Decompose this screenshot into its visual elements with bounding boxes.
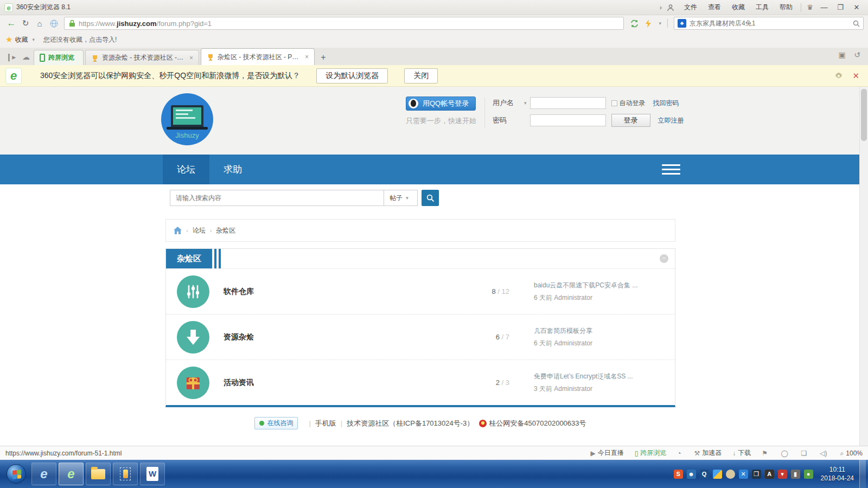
scrollbar[interactable] bbox=[859, 87, 868, 446]
url-field[interactable]: https://www.jishuzy.com/forum.php?gid=1 bbox=[64, 17, 624, 30]
close-button[interactable]: ✕ bbox=[848, 0, 865, 15]
search-icon[interactable] bbox=[853, 20, 860, 27]
minimize-button[interactable]: — bbox=[816, 0, 832, 15]
taskbar-clock[interactable]: 10:11 2018-04-24 bbox=[821, 465, 854, 483]
tray-icon[interactable]: ▮ bbox=[791, 470, 800, 479]
forum-name[interactable]: 软件仓库 bbox=[224, 287, 461, 297]
tab-cross-screen[interactable]: 跨屏浏览 bbox=[34, 50, 84, 65]
mute-speaker-icon[interactable]: ◁) bbox=[820, 450, 829, 457]
forum-name[interactable]: 资源杂烩 bbox=[224, 332, 461, 342]
menu-file[interactable]: 文件 bbox=[679, 0, 703, 15]
tray-icon[interactable] bbox=[713, 470, 722, 479]
nav-help[interactable]: 求助 bbox=[209, 155, 256, 184]
cross-screen-sync-icon[interactable] bbox=[627, 17, 641, 29]
taskbar-word-button[interactable]: W bbox=[140, 463, 165, 485]
gear-icon[interactable] bbox=[835, 72, 843, 80]
taskbar-explorer-button[interactable] bbox=[86, 463, 111, 485]
tab-close-icon[interactable]: × bbox=[305, 53, 309, 61]
user-account-icon[interactable] bbox=[667, 4, 679, 11]
tray-icon[interactable]: ✕ bbox=[739, 470, 748, 479]
last-post-meta[interactable]: 3 天前 Administrator bbox=[534, 384, 664, 394]
forum-row-software[interactable]: 软件仓库 8 / 12 baidu云盘不限速下载PC安卓合集 ... 6 天前 … bbox=[166, 268, 675, 314]
breadcrumb-forum-link[interactable]: 论坛 bbox=[193, 226, 206, 235]
username-field[interactable] bbox=[530, 97, 606, 109]
browser-search-box[interactable]: ♣ bbox=[674, 17, 864, 30]
last-post-meta[interactable]: 6 天前 Administrator bbox=[534, 293, 664, 303]
forum-name[interactable]: 活动资讯 bbox=[224, 378, 461, 388]
home-icon[interactable]: ⌂ bbox=[33, 17, 47, 29]
favorite-star-icon[interactable]: ★ bbox=[5, 35, 12, 44]
tab-close-icon[interactable]: × bbox=[189, 54, 193, 62]
home-icon[interactable] bbox=[174, 227, 182, 234]
menu-tools[interactable]: 工具 bbox=[750, 0, 774, 15]
chevron-down-icon[interactable]: ▾ bbox=[32, 37, 35, 42]
close-icon[interactable]: ✕ bbox=[852, 71, 859, 81]
chevron-right-icon[interactable]: › bbox=[655, 3, 667, 11]
last-post-title[interactable]: 免费申请Let’s Encrypt泛域名SS ... bbox=[534, 372, 664, 381]
tray-icon[interactable]: ☻ bbox=[687, 470, 696, 479]
globe-icon[interactable] bbox=[47, 17, 61, 29]
snapshot-icon[interactable]: ▣ bbox=[834, 48, 850, 62]
last-post-meta[interactable]: 6 天前 Administrator bbox=[534, 339, 664, 348]
search-scope-select[interactable]: 帖子 ▾ bbox=[384, 190, 418, 206]
login-button[interactable]: 登录 bbox=[611, 114, 650, 127]
cross-screen-button[interactable]: ▯跨屏浏览 bbox=[635, 448, 667, 458]
last-post-title[interactable]: baidu云盘不限速下载PC安卓合集 ... bbox=[534, 281, 664, 290]
refresh-icon[interactable]: ↻ bbox=[18, 17, 33, 29]
forum-row-activities[interactable]: 活动资讯 2 / 3 免费申请Let’s Encrypt泛域名SS ... 3 … bbox=[166, 359, 675, 405]
flag-icon[interactable]: ⚑ bbox=[762, 450, 770, 457]
menu-favorites[interactable]: 收藏 bbox=[726, 0, 750, 15]
taskbar-360-browser-button[interactable]: e bbox=[59, 463, 84, 485]
tray-icon[interactable]: ❒ bbox=[752, 470, 761, 479]
forum-row-resources[interactable]: 资源杂烩 6 / 7 几百套简历模板分享 6 天前 Administrator bbox=[166, 314, 675, 359]
favorites-import-hint[interactable]: 您还没有收藏，点击导入! bbox=[43, 35, 117, 44]
taskbar-ie-button[interactable]: e bbox=[31, 463, 56, 485]
vip-crown-icon[interactable]: ♛ bbox=[804, 3, 816, 11]
tray-icon[interactable] bbox=[726, 470, 735, 479]
taskbar-utility-button[interactable] bbox=[113, 463, 138, 485]
start-button[interactable] bbox=[7, 464, 26, 484]
menu-help[interactable]: 帮助 bbox=[774, 0, 798, 15]
new-tab-button[interactable]: + bbox=[316, 51, 330, 64]
tab-zahui-active[interactable]: 杂烩区 - 技术资源社区 - Powe... × bbox=[201, 48, 315, 65]
password-field[interactable] bbox=[530, 114, 606, 126]
forum-search-input[interactable] bbox=[170, 190, 384, 206]
accelerator-button[interactable]: ⚒加速器 bbox=[694, 448, 722, 458]
download-button[interactable]: ↓下载 bbox=[732, 448, 751, 458]
auto-login-checkbox[interactable] bbox=[611, 100, 617, 106]
tab-resources[interactable]: 资源杂烩 - 技术资源社区 - Pov... × bbox=[85, 50, 199, 65]
site-logo[interactable]: Jishuzy bbox=[161, 93, 213, 145]
back-icon[interactable]: ← bbox=[4, 17, 18, 29]
hamburger-menu-icon[interactable] bbox=[662, 162, 680, 177]
split-window-icon[interactable]: ❏ bbox=[801, 450, 809, 457]
tray-icon[interactable]: ▾ bbox=[778, 470, 787, 479]
mobile-version-link[interactable]: 手机版 bbox=[315, 419, 336, 428]
theme-icon[interactable]: ◯ bbox=[781, 450, 790, 457]
cloud-sync-icon[interactable]: ☁ bbox=[18, 50, 34, 64]
tray-icon[interactable]: ● bbox=[804, 470, 813, 479]
live-today-button[interactable]: ▶今日直播 bbox=[591, 448, 624, 458]
menu-view[interactable]: 查看 bbox=[703, 0, 726, 15]
nav-forum[interactable]: 论坛 bbox=[163, 155, 209, 184]
tray-icon[interactable]: S bbox=[674, 470, 683, 479]
police-record-link[interactable]: 桂公网安备45070202000633号 bbox=[489, 419, 586, 428]
collapse-button[interactable]: − bbox=[660, 254, 668, 263]
set-default-button[interactable]: 设为默认浏览器 bbox=[316, 68, 388, 84]
notification-close-button[interactable]: 关闭 bbox=[404, 68, 438, 84]
restore-button[interactable]: ❐ bbox=[832, 0, 848, 15]
forum-search-button[interactable] bbox=[422, 190, 439, 206]
show-desktop-button[interactable] bbox=[859, 460, 866, 488]
register-link[interactable]: 立即注册 bbox=[658, 116, 684, 125]
online-service-button[interactable]: 在线咨询 bbox=[254, 417, 298, 429]
tray-icon[interactable]: Q bbox=[700, 470, 709, 479]
chevron-down-icon[interactable]: ▾ bbox=[659, 21, 661, 26]
restore-session-icon[interactable]: ↺ bbox=[850, 48, 865, 62]
chevron-down-icon[interactable]: ▾ bbox=[524, 100, 527, 106]
find-password-link[interactable]: 找回密码 bbox=[653, 99, 679, 108]
speed-bolt-icon[interactable] bbox=[641, 17, 655, 29]
scrollbar-thumb[interactable] bbox=[861, 89, 867, 141]
favorites-menu[interactable]: 收藏 bbox=[15, 35, 28, 44]
browser-search-input[interactable] bbox=[690, 20, 853, 27]
tab-list-icon[interactable]: ❙▸ bbox=[3, 50, 18, 64]
zoom-control[interactable]: ⌕100% bbox=[840, 450, 863, 457]
